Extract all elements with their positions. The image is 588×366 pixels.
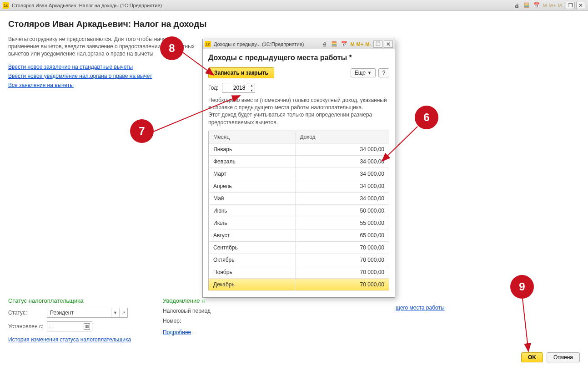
chevron-down-icon[interactable]: ▼ xyxy=(111,308,119,317)
annotation-7: 7 xyxy=(130,119,154,143)
amount-cell[interactable]: 34 000,00 xyxy=(295,180,389,192)
number-label: Номер: xyxy=(163,318,190,324)
amount-cell[interactable]: 70 000,00 xyxy=(295,254,389,266)
table-row[interactable]: Октябрь70 000,00 xyxy=(209,254,389,266)
table-row[interactable]: Май34 000,00 xyxy=(209,192,389,204)
print-icon[interactable]: 🖨 xyxy=(320,40,328,48)
mplus-indicator[interactable]: M+ xyxy=(356,41,365,47)
status-label: Статус: xyxy=(8,310,47,316)
ok-button[interactable]: OK xyxy=(521,352,543,362)
m-indicator[interactable]: M xyxy=(349,41,355,47)
dialog-restore-button[interactable]: ❐ xyxy=(373,41,382,48)
table-row[interactable]: Июнь50 000,00 xyxy=(209,204,389,217)
amount-cell[interactable]: 34 000,00 xyxy=(295,143,389,155)
app-1c-icon: 1c xyxy=(205,41,211,47)
page-title: Столяров Иван Аркадьевич: Налог на доход… xyxy=(8,19,580,29)
mplus-indicator[interactable]: M+ xyxy=(548,3,557,8)
dialog-titlebar: 1c Доходы с предыду... (1С:Предприятие) … xyxy=(203,39,395,49)
month-cell: Апрель xyxy=(209,180,296,192)
calendar-icon[interactable]: ▦ xyxy=(84,323,90,330)
year-spinner[interactable]: ▲ ▼ xyxy=(222,83,255,93)
table-row[interactable]: Август65 000,00 xyxy=(209,229,389,241)
month-cell: Май xyxy=(209,192,296,204)
set-from-label: Установлен с: xyxy=(8,323,47,330)
taxpayer-status-heading: Статус налогоплательщика xyxy=(8,297,145,304)
restore-button[interactable]: ❐ xyxy=(566,2,575,9)
link-all-statements[interactable]: Все заявления на вычеты xyxy=(8,82,74,88)
notice-heading: Уведомление н xyxy=(163,297,281,304)
amount-cell[interactable]: 70 000,00 xyxy=(295,278,389,290)
amount-cell[interactable]: 34 000,00 xyxy=(295,155,389,168)
table-row[interactable]: Ноябрь70 000,00 xyxy=(209,266,389,278)
link-new-standard-deduction[interactable]: Ввести новое заявление на стандартные вы… xyxy=(8,64,133,70)
month-cell: Июль xyxy=(209,217,296,229)
link-new-tax-notice[interactable]: Ввести новое уведомление нал.органа о пр… xyxy=(8,73,152,79)
month-cell: Март xyxy=(209,168,296,180)
m-indicator[interactable]: M xyxy=(542,3,548,8)
calc-icon[interactable]: 🧮 xyxy=(330,40,338,48)
spinner-up-icon[interactable]: ▲ xyxy=(248,83,255,88)
app-1c-icon: 1c xyxy=(3,2,9,9)
link-status-history[interactable]: История изменения статуса налогоплательщ… xyxy=(8,336,131,343)
amount-cell[interactable]: 65 000,00 xyxy=(295,229,389,241)
set-from-date-input[interactable]: . . ▦ xyxy=(47,321,92,331)
table-row[interactable]: Июль55 000,00 xyxy=(209,217,389,229)
amount-cell[interactable]: 50 000,00 xyxy=(295,204,389,217)
calendar-icon[interactable]: 📅 xyxy=(533,1,541,10)
link-prev-workplace-fragment[interactable]: щего места работы xyxy=(396,305,445,311)
income-table: Месяц Доход Январь34 000,00Февраль34 000… xyxy=(208,131,389,291)
help-button[interactable]: ? xyxy=(378,68,389,77)
month-cell: Октябрь xyxy=(209,254,296,266)
amount-cell[interactable]: 70 000,00 xyxy=(295,241,389,254)
amount-cell[interactable]: 70 000,00 xyxy=(295,266,389,278)
prev-income-dialog: 1c Доходы с предыду... (1С:Предприятие) … xyxy=(202,39,395,298)
mminus-indicator[interactable]: M- xyxy=(364,41,372,47)
annotation-8: 8 xyxy=(160,36,184,60)
chevron-down-icon: ▼ xyxy=(367,71,372,75)
table-row[interactable]: Сентябрь70 000,00 xyxy=(209,241,389,254)
spinner-down-icon[interactable]: ▼ xyxy=(248,88,255,93)
annotation-6: 6 xyxy=(415,106,438,129)
amount-cell[interactable]: 34 000,00 xyxy=(295,192,389,204)
month-cell: Июнь xyxy=(209,204,296,217)
tax-period-label: Налоговый период xyxy=(163,308,211,314)
status-value: Резидент xyxy=(47,310,111,316)
month-cell: Декабрь xyxy=(209,278,296,290)
month-cell: Январь xyxy=(209,143,296,155)
save-and-close-button[interactable]: Записать и закрыть xyxy=(208,67,274,78)
month-cell: Сентябрь xyxy=(209,241,296,254)
open-ref-icon[interactable]: ↗ xyxy=(119,308,127,317)
calc-icon[interactable]: 🧮 xyxy=(523,1,531,10)
dialog-heading: Доходы с предыдущего места работы * xyxy=(208,54,389,62)
status-combo[interactable]: Резидент ▼ ↗ xyxy=(47,308,128,318)
cancel-button[interactable]: Отмена xyxy=(547,352,580,362)
col-month: Месяц xyxy=(209,131,296,143)
month-cell: Февраль xyxy=(209,155,296,168)
mminus-indicator[interactable]: M- xyxy=(557,3,564,8)
link-more-details[interactable]: Подробнее xyxy=(163,329,191,336)
table-row[interactable]: Апрель34 000,00 xyxy=(209,180,389,192)
table-row[interactable]: Январь34 000,00 xyxy=(209,143,389,155)
table-row[interactable]: Декабрь70 000,00 xyxy=(209,278,389,290)
main-title: Столяров Иван Аркадьевич: Налог на доход… xyxy=(12,3,162,8)
annotation-9: 9 xyxy=(510,275,534,299)
more-label: Еще xyxy=(355,70,366,76)
close-button[interactable]: ✕ xyxy=(576,2,585,9)
col-income: Доход xyxy=(295,131,389,143)
year-input[interactable] xyxy=(222,85,248,91)
month-cell: Август xyxy=(209,229,296,241)
dialog-close-button[interactable]: ✕ xyxy=(384,41,393,48)
calendar-icon[interactable]: 📅 xyxy=(340,40,348,48)
month-cell: Ноябрь xyxy=(209,266,296,278)
table-row[interactable]: Февраль34 000,00 xyxy=(209,155,389,168)
amount-cell[interactable]: 34 000,00 xyxy=(295,168,389,180)
dialog-description: Необходимо ввести (помесячно) только сов… xyxy=(208,97,389,126)
more-menu-button[interactable]: Еще ▼ xyxy=(351,68,376,77)
main-titlebar: 1c Столяров Иван Аркадьевич: Налог на до… xyxy=(0,0,588,11)
table-row[interactable]: Март34 000,00 xyxy=(209,168,389,180)
dialog-title: Доходы с предыду... (1С:Предприятие) xyxy=(214,41,304,47)
year-label: Год: xyxy=(208,85,218,91)
set-from-value: . . xyxy=(49,323,54,330)
amount-cell[interactable]: 55 000,00 xyxy=(295,217,389,229)
print-icon[interactable]: 🖨 xyxy=(513,1,521,10)
